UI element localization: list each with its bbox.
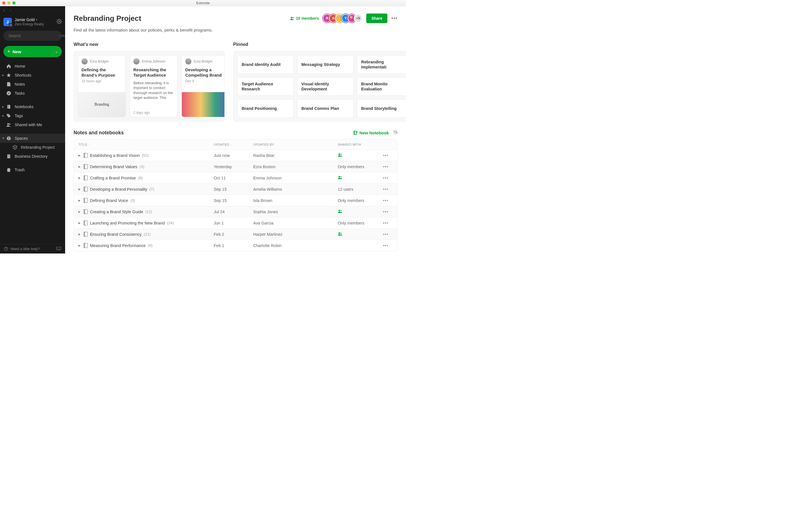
home-icon [6, 64, 11, 69]
new-button[interactable]: + New ⌄ [3, 46, 62, 57]
row-updated: Sep 15 [214, 187, 253, 191]
expand-tri-icon[interactable]: ▶ [79, 210, 81, 213]
sidebar-help[interactable]: Need a little help? [0, 244, 65, 253]
col-title[interactable]: TITLE↓ [79, 143, 214, 146]
notebook-icon [84, 209, 88, 214]
more-menu-icon[interactable]: ••• [391, 15, 398, 21]
pinned-card[interactable]: Brand Identity Audit [238, 55, 294, 74]
chevron-down-icon[interactable]: ⌄ [55, 50, 58, 54]
members-count[interactable]: 10 members [290, 16, 319, 20]
sidebar-item-label: Business Directory [15, 154, 48, 159]
card-image [182, 92, 225, 117]
maximize-window-icon[interactable] [12, 1, 15, 4]
close-window-icon[interactable] [2, 1, 5, 4]
row-more-icon[interactable]: ••• [383, 175, 394, 180]
sidebar-item-shared[interactable]: Shared with Me [0, 120, 65, 129]
table-row[interactable]: ▶Establishing a Brand Vision (52)Just no… [74, 150, 397, 161]
nav-back-icon[interactable]: ‹ [3, 8, 5, 13]
gear-icon[interactable] [57, 19, 62, 25]
table-row[interactable]: ▶Measuring Brand Performance (9)Feb 1Cha… [74, 240, 397, 251]
row-updated: Just now [214, 153, 253, 158]
members-count-label: 10 members [296, 16, 319, 20]
notes-title: Notes and notebooks [73, 130, 124, 136]
member-avatars[interactable]: RAY+5 [323, 14, 362, 22]
expand-tri-icon[interactable]: ▶ [2, 105, 4, 108]
row-count: (7) [149, 187, 154, 191]
sidebar-item-rebranding-project[interactable]: Rebranding Project [0, 143, 65, 152]
expand-tri-icon[interactable]: ▶ [2, 74, 4, 76]
row-more-icon[interactable]: ••• [383, 243, 394, 248]
svg-rect-11 [8, 156, 8, 157]
sidebar-item-notes[interactable]: Notes [0, 80, 65, 89]
pinned-card[interactable]: Brand Monito Evaluation [357, 77, 406, 96]
pinned-card[interactable]: Brand Positioning [238, 99, 294, 118]
page-title: Rebranding Project [73, 14, 141, 23]
nav-forward-icon[interactable]: › [10, 8, 11, 13]
card-title: Researching the Target Audience [130, 66, 177, 79]
card-image [78, 92, 125, 117]
search-input[interactable]: ⌥⌘F [3, 31, 62, 41]
whats-new-card[interactable]: Ezra BridgerDeveloping a Compelling Bran… [182, 55, 225, 117]
table-row[interactable]: ▶Developing a Brand Personality (7)Sep 1… [74, 183, 397, 194]
row-updated: Feb 1 [214, 243, 253, 248]
share-button[interactable]: Share [366, 13, 388, 23]
row-more-icon[interactable]: ••• [383, 187, 394, 192]
expand-tri-icon[interactable]: ▶ [79, 221, 81, 224]
row-more-icon[interactable]: ••• [383, 153, 394, 158]
table-row[interactable]: ▶Launching and Promoting the New Brand (… [74, 217, 397, 228]
expand-tri-icon[interactable]: ▶ [79, 165, 81, 168]
account-switcher[interactable]: J Jamie Gold▾ Zero Energy Realty [0, 15, 65, 29]
sidebar-item-label: Shared with Me [15, 122, 42, 127]
pinned-card[interactable]: Rebranding Implementati [357, 55, 406, 74]
row-more-icon[interactable]: ••• [383, 221, 394, 226]
expand-tri-icon[interactable]: ▶ [2, 137, 5, 139]
sidebar-item-shortcuts[interactable]: ▶ Shortcuts [0, 71, 65, 80]
table-row[interactable]: ▶Creating a Brand Style Guide (12)Jul 24… [74, 206, 397, 217]
member-avatar-more[interactable]: +5 [354, 14, 362, 22]
row-more-icon[interactable]: ••• [383, 198, 394, 203]
row-more-icon[interactable]: ••• [383, 209, 394, 214]
sidebar-item-trash[interactable]: Trash [0, 165, 65, 174]
row-more-icon[interactable]: ••• [383, 164, 394, 169]
whats-new-card[interactable]: Ezra BridgerDefining the Brand's Purpose… [78, 55, 126, 117]
sidebar-item-notebooks[interactable]: ▶ Notebooks [0, 102, 65, 111]
table-row[interactable]: ▶Ensuring Brand Consistency (21)Feb 2Har… [74, 228, 397, 240]
row-more-icon[interactable]: ••• [383, 232, 394, 237]
row-title: Creating a Brand Style Guide [90, 210, 143, 214]
minimize-window-icon[interactable] [7, 1, 10, 4]
col-updated[interactable]: UPDATED↓ [214, 143, 253, 146]
pinned-card-title: Brand Positioning [242, 106, 277, 111]
table-row[interactable]: ▶Defining Brand Voice (3)Sep 15Isla Brow… [74, 194, 397, 206]
keyboard-icon[interactable] [56, 247, 61, 251]
sidebar-item-tasks[interactable]: Tasks [0, 89, 65, 98]
titlebar: Evernote [0, 0, 406, 6]
expand-tri-icon[interactable]: ▶ [79, 154, 81, 157]
new-notebook-button[interactable]: New Notebook [353, 130, 389, 135]
sidebar-item-business-directory[interactable]: Business Directory [0, 152, 65, 161]
whats-new-card[interactable]: Emma JohnsonResearching the Target Audie… [130, 55, 177, 117]
row-updated-by: Harper Martinez [253, 232, 338, 237]
expand-tri-icon[interactable]: ▶ [79, 244, 81, 247]
svg-point-19 [340, 154, 342, 155]
expand-tri-icon[interactable]: ▶ [79, 176, 81, 179]
card-meta: Dec 8 [182, 79, 225, 86]
pinned-card[interactable]: Target Audience Research [238, 77, 294, 96]
sidebar-item-spaces[interactable]: ▶ Spaces [0, 134, 65, 143]
sidebar-item-home[interactable]: Home [0, 62, 65, 71]
sidebar-item-tags[interactable]: ▶ Tags [0, 111, 65, 120]
pinned-card[interactable]: Brand Storytelling [357, 99, 406, 118]
row-count: (9) [148, 243, 153, 247]
search-field[interactable] [8, 34, 58, 38]
pinned-card[interactable]: Brand Comms Plan [297, 99, 354, 118]
sort-icon[interactable] [393, 130, 398, 136]
pinned-card[interactable]: Visual Identity Development [297, 77, 354, 96]
expand-tri-icon[interactable]: ▶ [79, 233, 81, 236]
col-shared[interactable]: SHARED WITH [338, 143, 383, 146]
col-updated-by[interactable]: UPDATED BY [253, 143, 338, 146]
expand-tri-icon[interactable]: ▶ [79, 199, 81, 202]
expand-tri-icon[interactable]: ▶ [2, 114, 4, 117]
pinned-card[interactable]: Messaging Strategy [297, 55, 354, 74]
table-row[interactable]: ▶Determining Brand Values (3)YesterdayEz… [74, 161, 397, 172]
table-row[interactable]: ▶Crafting a Brand Promise (8)Oct 11Emma … [74, 172, 397, 183]
expand-tri-icon[interactable]: ▶ [79, 187, 81, 191]
